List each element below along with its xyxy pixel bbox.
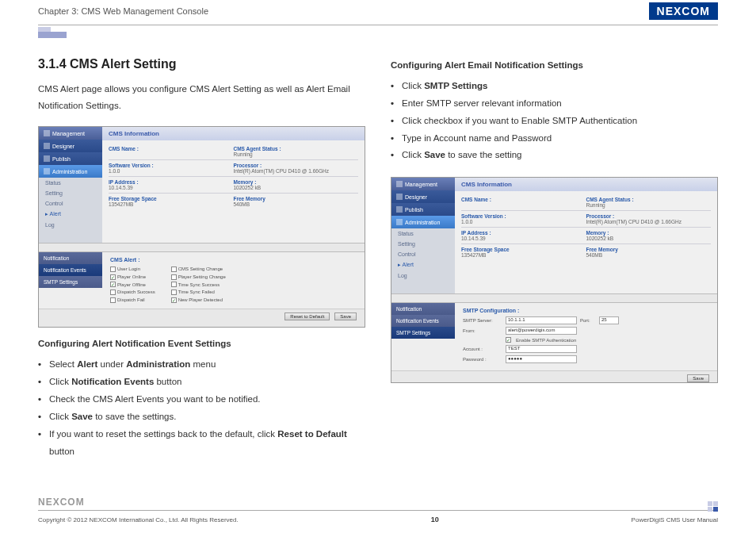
checkbox[interactable]: [171, 290, 177, 295]
brand-logo-text: NEXCOM: [649, 2, 718, 20]
tab-notification-events[interactable]: Notification Events: [391, 315, 455, 327]
footer-brand: NEXCOM: [38, 497, 85, 508]
checkbox[interactable]: [110, 297, 116, 303]
save-button[interactable]: Save: [687, 374, 709, 382]
chapter-title: Chapter 3: CMS Web Management Console: [38, 6, 208, 16]
tab-notification[interactable]: Notification: [391, 303, 455, 315]
tab-notification[interactable]: Notification: [39, 252, 102, 264]
list-item: Type in Account name and Password: [391, 130, 718, 148]
manual-title: PowerDigiS CMS User Manual: [632, 516, 718, 523]
enable-smtp-checkbox[interactable]: [506, 337, 511, 343]
tab-notification-events[interactable]: Notification Events: [39, 264, 102, 276]
smtp-port-input[interactable]: 25: [599, 316, 619, 324]
sidebar-label: Publish: [52, 156, 71, 162]
list-item: If you want to reset the settings back t…: [38, 426, 365, 461]
info-label: CMS Name :: [109, 146, 234, 151]
alert-config-box: CMS Alert : User Login Player Online Pla…: [102, 252, 365, 309]
sidebar-item-designer[interactable]: Designer: [39, 140, 102, 152]
info-label: CMS Agent Status :: [234, 146, 359, 151]
list-item: Click Save to save the setting: [391, 147, 718, 164]
sidebar-label: Management: [52, 131, 85, 136]
sidebar-sub-log[interactable]: Log: [391, 270, 455, 281]
page-header: Chapter 3: CMS Web Management Console NE…: [38, 0, 718, 25]
list-item: Select Alert under Administration menu: [38, 356, 365, 374]
copyright-text: Copyright © 2012 NEXCOM International Co…: [38, 516, 239, 523]
checkbox[interactable]: [171, 266, 177, 272]
checkbox[interactable]: [171, 297, 177, 303]
sidebar-sub-control[interactable]: Control: [39, 198, 102, 209]
smtp-header: SMTP Configuration :: [463, 308, 709, 313]
list-item: Click checkbox if you want to Enable SMT…: [391, 113, 718, 130]
checkbox[interactable]: [110, 266, 116, 272]
checkbox[interactable]: [110, 290, 116, 295]
flag-icon: [396, 181, 403, 187]
accent-bar: [38, 32, 67, 38]
arrow-icon: [396, 206, 403, 213]
page-number: 10: [431, 516, 439, 523]
smtp-password-input[interactable]: ●●●●●: [506, 355, 577, 363]
footer-squares-icon: [708, 501, 718, 512]
smtp-from-input[interactable]: alert@powerdigis.com: [506, 327, 577, 335]
sidebar-sub-control[interactable]: Control: [391, 249, 455, 259]
alert-header: CMS Alert :: [110, 257, 357, 263]
tab-smtp-settings[interactable]: SMTP Settings: [39, 276, 102, 288]
step-list: Click SMTP Settings Enter SMTP server re…: [391, 78, 718, 164]
sidebar-item-management[interactable]: Management: [39, 127, 102, 140]
list-item: Click SMTP Settings: [391, 78, 718, 95]
sidebar-item-publish[interactable]: Publish: [391, 203, 455, 216]
sidebar-label: Administration: [52, 169, 87, 174]
sidebar-item-administration[interactable]: Administration: [39, 165, 102, 178]
screenshot-smtp-settings: Management Designer Publish Administrati…: [391, 177, 718, 383]
gear-icon: [44, 168, 50, 174]
sidebar-sub-log[interactable]: Log: [39, 220, 102, 230]
sidebar-sub-status[interactable]: Status: [391, 228, 455, 239]
ss-main-panel: CMS Information CMS Name :CMS Agent Stat…: [102, 127, 365, 243]
save-button[interactable]: Save: [334, 313, 357, 320]
sidebar-item-administration[interactable]: Administration: [391, 216, 455, 228]
checkbox[interactable]: [171, 274, 177, 280]
pencil-icon: [44, 143, 50, 149]
flag-icon: [44, 130, 50, 136]
sidebar-sub-setting[interactable]: Setting: [39, 188, 102, 198]
smtp-account-input[interactable]: TEST: [506, 345, 577, 353]
checkbox[interactable]: [171, 282, 177, 287]
tab-smtp-settings[interactable]: SMTP Settings: [391, 327, 455, 339]
list-item: Enter SMTP server relevant information: [391, 95, 718, 113]
sidebar-sub-status[interactable]: Status: [39, 178, 102, 188]
left-column: 3.1.4 CMS Alert Setting CMS Alert page a…: [38, 57, 365, 495]
ss-tabs: Notification Notification Events SMTP Se…: [39, 252, 102, 309]
panel-title: CMS Information: [455, 178, 717, 191]
smtp-server-input[interactable]: 10.1.1.1: [506, 316, 577, 324]
screenshot-alert-settings: Management Designer Publish Administrati…: [38, 126, 365, 328]
sidebar-sub-alert[interactable]: ▸ Alert: [39, 209, 102, 220]
smtp-config-box: SMTP Configuration : SMTP Server:10.1.1.…: [455, 303, 717, 370]
sidebar-sub-setting[interactable]: Setting: [391, 239, 455, 249]
subheading: Configuring Alert Email Notification Set…: [391, 60, 718, 70]
arrow-icon: [44, 155, 50, 162]
right-column: Configuring Alert Email Notification Set…: [391, 57, 718, 495]
reset-button[interactable]: Reset to Default: [284, 313, 330, 320]
section-title: 3.1.4 CMS Alert Setting: [38, 57, 365, 71]
panel-title: CMS Information: [102, 127, 365, 140]
gear-icon: [396, 219, 403, 225]
ss-sidebar: Management Designer Publish Administrati…: [39, 127, 102, 243]
brand-logo: NEXCOM: [649, 2, 718, 20]
step-list: Select Alert under Administration menu C…: [38, 356, 365, 460]
sidebar-item-designer[interactable]: Designer: [391, 190, 455, 203]
sidebar-item-management[interactable]: Management: [391, 178, 455, 190]
sidebar-item-publish[interactable]: Publish: [39, 152, 102, 165]
intro-paragraph: CMS Alert page allows you configure CMS …: [38, 81, 365, 113]
list-item: Click Save to save the settings.: [38, 408, 365, 426]
list-item: Click Notification Events button: [38, 374, 365, 391]
sidebar-sub-alert[interactable]: ▸ Alert: [391, 259, 455, 270]
content-area: 3.1.4 CMS Alert Setting CMS Alert page a…: [38, 57, 718, 495]
checkbox[interactable]: [110, 274, 116, 280]
page-footer: NEXCOM Copyright © 2012 NEXCOM Internati…: [38, 510, 718, 523]
sidebar-label: Designer: [52, 144, 74, 149]
pencil-icon: [396, 194, 403, 200]
checkbox[interactable]: [110, 282, 116, 287]
list-item: Check the CMS Alert Events you want to b…: [38, 391, 365, 408]
subheading: Configuring Alert Notification Event Set…: [38, 339, 365, 348]
